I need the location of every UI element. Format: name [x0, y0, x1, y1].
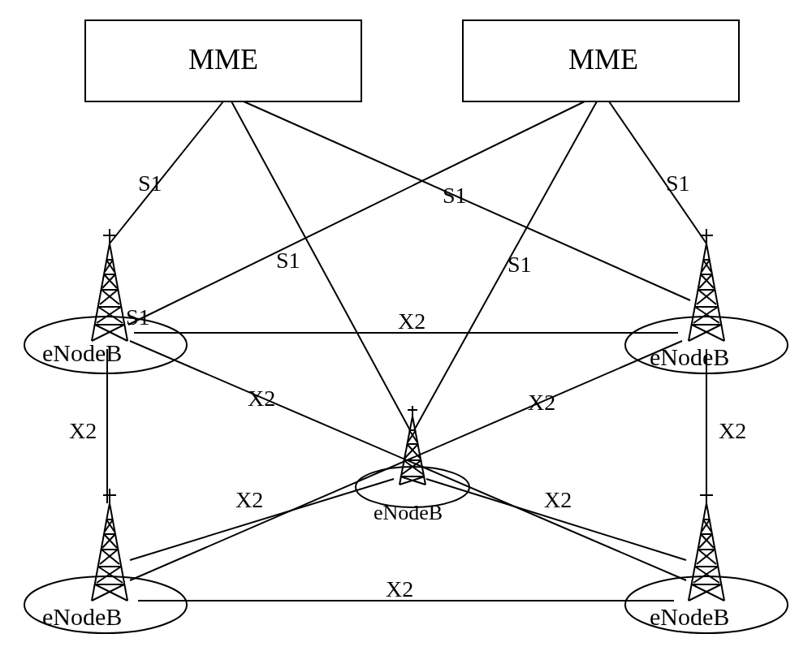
enodeb-2: eNodeB	[625, 229, 788, 373]
tower-icon	[92, 229, 127, 341]
edge-x2-4-label: X2	[386, 576, 413, 601]
enodeb-4-label: eNodeB	[42, 603, 122, 630]
enodeb-4: eNodeB	[24, 489, 187, 633]
tower-icon	[689, 229, 724, 341]
edge-x2-2-label: X2	[69, 418, 97, 443]
mme2-label: MME	[568, 43, 638, 75]
enodeb-5-label: eNodeB	[650, 603, 729, 630]
enodeb-3: eNodeB	[356, 406, 469, 524]
edge-x2-7-label: X2	[235, 487, 263, 512]
edge-s1-4-label: S1	[666, 170, 690, 196]
enodeb-2-label: eNodeB	[650, 343, 729, 370]
enodeb-1: eNodeB	[24, 229, 187, 373]
enodeb-3-label: eNodeB	[374, 501, 443, 524]
edge-s1-5-label: S1	[508, 252, 532, 277]
edge-s1-1	[110, 101, 223, 244]
tower-icon	[92, 489, 127, 601]
edge-s1-3	[244, 101, 690, 300]
enodeb-1-label: eNodeB	[42, 339, 122, 366]
enodeb-5: eNodeB	[625, 489, 788, 633]
tower-icon	[689, 489, 724, 601]
edge-s1-4	[609, 101, 706, 244]
edge-x2-1-label: X2	[398, 308, 425, 334]
edge-s1-1-label: S1	[138, 170, 162, 196]
edge-x2-5-label: X2	[248, 386, 275, 411]
edge-s1-2	[231, 101, 410, 430]
mme1-label: MME	[188, 43, 258, 75]
edge-x2-6-label: X2	[528, 390, 555, 415]
edge-s1-3-label: S1	[443, 183, 467, 208]
network-diagram: MME MME S1 S1 S1 S1 S1 S1 X2 X2 X2 X2 X2…	[0, 0, 812, 664]
edge-s1-5	[414, 101, 597, 430]
edge-x2-8-label: X2	[544, 487, 572, 512]
edge-x2-3-label: X2	[719, 418, 746, 443]
